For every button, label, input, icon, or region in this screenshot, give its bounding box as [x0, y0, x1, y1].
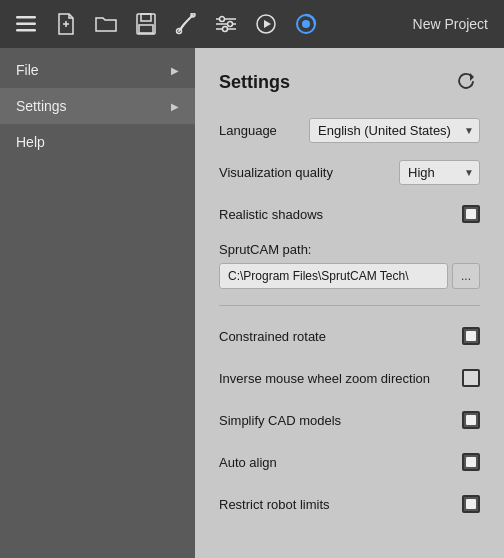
inverse-mouse-wheel-label: Inverse mouse wheel zoom direction: [219, 371, 462, 386]
restrict-robot-row: Restrict robot limits: [219, 490, 480, 518]
realistic-shadows-label: Realistic shadows: [219, 207, 462, 222]
menu-file-arrow: ▶: [171, 65, 179, 76]
menu-settings-arrow: ▶: [171, 101, 179, 112]
language-row: Language English (United States) Russian…: [219, 116, 480, 144]
menu-item-file[interactable]: File ▶: [0, 52, 195, 88]
project-title: New Project: [413, 16, 496, 32]
save-icon[interactable]: [128, 6, 164, 42]
settings-panel: Settings Language English (United States…: [195, 48, 504, 558]
svg-rect-6: [141, 14, 151, 21]
sprutcam-path-label: SprutCAM path:: [219, 242, 480, 257]
svg-point-14: [220, 17, 225, 22]
menu-settings-label: Settings: [16, 98, 67, 114]
constrained-rotate-checkbox[interactable]: [462, 327, 480, 345]
viz-quality-select[interactable]: Low Medium High Ultra: [399, 160, 480, 185]
robot-arm-icon[interactable]: [168, 6, 204, 42]
visualization-quality-row: Visualization quality Low Medium High Ul…: [219, 158, 480, 186]
auto-align-row: Auto align: [219, 448, 480, 476]
language-select[interactable]: English (United States) Russian German F…: [309, 118, 480, 143]
auto-align-label: Auto align: [219, 455, 462, 470]
dropdown-menu: File ▶ Settings ▶ Help: [0, 48, 195, 558]
svg-marker-18: [264, 20, 271, 28]
visualization-quality-label: Visualization quality: [219, 165, 399, 180]
svg-point-20: [302, 20, 310, 28]
inverse-mouse-wheel-checkbox[interactable]: [462, 369, 480, 387]
folder-icon[interactable]: [88, 6, 124, 42]
language-label: Language: [219, 123, 309, 138]
menu-item-settings[interactable]: Settings ▶: [0, 88, 195, 124]
new-file-icon[interactable]: [48, 6, 84, 42]
reset-button[interactable]: [452, 68, 480, 96]
sprutcam-path-input[interactable]: [219, 263, 448, 289]
language-select-wrapper: English (United States) Russian German F…: [309, 118, 480, 143]
realistic-shadows-row: Realistic shadows: [219, 200, 480, 228]
svg-rect-1: [16, 23, 36, 26]
hamburger-icon[interactable]: [8, 6, 44, 42]
simplify-cad-label: Simplify CAD models: [219, 413, 462, 428]
svg-rect-7: [139, 25, 153, 33]
menu-file-label: File: [16, 62, 39, 78]
inverse-mouse-wheel-row: Inverse mouse wheel zoom direction: [219, 364, 480, 392]
realistic-shadows-checkbox[interactable]: [462, 205, 480, 223]
viz-quality-select-wrapper: Low Medium High Ultra ▼: [399, 160, 480, 185]
menu-help-label: Help: [16, 134, 45, 150]
path-browse-button[interactable]: ...: [452, 263, 480, 289]
svg-rect-0: [16, 16, 36, 19]
svg-rect-2: [16, 29, 36, 32]
sprutcam-logo-icon[interactable]: [288, 6, 324, 42]
settings-title: Settings: [219, 72, 290, 93]
main-area: File ▶ Settings ▶ Help Settings Language: [0, 48, 504, 558]
constrained-rotate-label: Constrained rotate: [219, 329, 462, 344]
simplify-cad-checkbox[interactable]: [462, 411, 480, 429]
svg-point-16: [223, 27, 228, 32]
restrict-robot-checkbox[interactable]: [462, 495, 480, 513]
restrict-robot-label: Restrict robot limits: [219, 497, 462, 512]
auto-align-checkbox[interactable]: [462, 453, 480, 471]
path-row: ...: [219, 263, 480, 289]
constrained-rotate-row: Constrained rotate: [219, 322, 480, 350]
sliders-icon[interactable]: [208, 6, 244, 42]
svg-marker-21: [470, 73, 474, 81]
toolbar: New Project: [0, 0, 504, 48]
simplify-cad-row: Simplify CAD models: [219, 406, 480, 434]
settings-divider: [219, 305, 480, 306]
menu-item-help[interactable]: Help: [0, 124, 195, 160]
sprutcam-path-section: SprutCAM path: ...: [219, 242, 480, 289]
play-icon[interactable]: [248, 6, 284, 42]
svg-point-15: [228, 22, 233, 27]
settings-header: Settings: [219, 68, 480, 96]
